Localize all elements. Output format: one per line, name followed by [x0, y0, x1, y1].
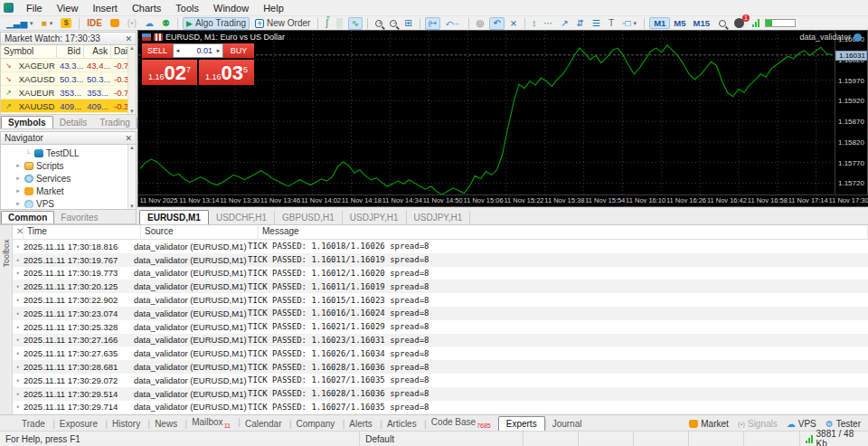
indicators-dropdown[interactable]: ■▾: [39, 17, 56, 30]
zoom-out-icon[interactable]: −: [387, 17, 399, 30]
web-terminal-icon[interactable]: ⚉: [159, 17, 173, 30]
market-watch-tab-symbols[interactable]: Symbols: [1, 116, 53, 128]
market-icon[interactable]: [108, 17, 122, 30]
volume-increase-icon[interactable]: ▸: [214, 47, 222, 54]
navigator-item-services[interactable]: ▸ Services: [1, 172, 136, 185]
toolbox-tab-calendar[interactable]: Calendar: [238, 417, 289, 431]
log-row[interactable]: ▪ 2025.11.11 17:30:27.166 data_validator…: [13, 334, 868, 347]
volume-value[interactable]: 0.01: [182, 46, 214, 55]
time-axis[interactable]: 11 Nov 202511 Nov 13:1411 Nov 13:3011 No…: [138, 195, 868, 206]
vertical-line-icon[interactable]: ⦂: [530, 17, 538, 30]
shift-end-icon[interactable]: (↦: [425, 17, 440, 30]
tick-chart-icon[interactable]: ʃ̋: [323, 17, 330, 30]
screenshot-icon[interactable]: ◎: [474, 17, 487, 30]
log-column-header[interactable]: Source: [141, 225, 259, 239]
auto-scroll-icon[interactable]: ⤺←: [443, 17, 464, 30]
log-row[interactable]: ▪ 2025.11.11 17:30:18.816 data_validator…: [13, 240, 868, 253]
navigator-item-vps[interactable]: ▸ VPS: [1, 197, 136, 210]
toolbox-tab-news[interactable]: News: [147, 417, 184, 431]
volume-decrease-icon[interactable]: ◂: [174, 47, 182, 54]
profile-name[interactable]: Default: [360, 432, 524, 446]
toolbox-tab-history[interactable]: History: [105, 417, 147, 431]
new-order-button[interactable]: +New Order: [252, 17, 313, 30]
shapes-dropdown[interactable]: ◦□▾: [619, 17, 639, 30]
market-watch-row[interactable]: ↘XAGUSD 50.3... 50.3... -0.3...: [1, 72, 136, 86]
navigator-tab-favorites[interactable]: Favorites: [54, 212, 104, 223]
trendline-icon[interactable]: ↗: [558, 17, 571, 30]
chart-tab[interactable]: USDJPY,H1: [343, 211, 407, 224]
market-watch-row[interactable]: ↘XAGEUR 43.3... 43.4... -0.7...: [1, 59, 136, 72]
chart-tab[interactable]: EURUSD,M1: [139, 210, 209, 224]
close-icon[interactable]: ✕: [125, 134, 132, 143]
log-row[interactable]: ▪ 2025.11.11 17:30:27.635 data_validator…: [13, 346, 868, 360]
bar-chart-icon[interactable]: ░: [334, 17, 345, 30]
zoom-in-icon[interactable]: +: [373, 17, 384, 30]
navigator-scrollbar[interactable]: ▲▼: [127, 145, 136, 209]
timeframe-m1-button[interactable]: M1: [649, 17, 670, 29]
channel-icon[interactable]: ⇵: [574, 17, 587, 30]
market-watch-tab-details[interactable]: Details: [53, 117, 94, 128]
chart-type-dropdown[interactable]: ▁▃▅▾: [4, 17, 36, 30]
log-row[interactable]: ▪ 2025.11.11 17:30:28.681 data_validator…: [13, 360, 868, 374]
timeframe-m5-button[interactable]: M5: [670, 18, 689, 28]
expander-icon[interactable]: ▸: [14, 200, 22, 207]
toolbox-tab-journal[interactable]: Journal: [545, 417, 590, 431]
sell-button[interactable]: SELL: [142, 43, 173, 58]
menu-item-charts[interactable]: Charts: [125, 1, 168, 15]
market-watch-column-header[interactable]: Ask: [84, 45, 111, 58]
horizontal-line-icon[interactable]: ⋯: [541, 17, 555, 30]
tile-windows-icon[interactable]: ⊞: [401, 17, 414, 30]
navigator-tab-common[interactable]: Common: [1, 211, 54, 223]
expander-icon[interactable]: ▸: [14, 187, 22, 195]
ea-smiley-icon[interactable]: [854, 33, 862, 42]
crosshair-icon[interactable]: ⨯: [507, 17, 520, 30]
toolbox-tab-trade[interactable]: Trade: [14, 417, 52, 431]
menu-item-help[interactable]: Help: [256, 1, 291, 15]
volume-stepper[interactable]: ◂ 0.01 ▸: [173, 43, 223, 58]
menu-item-view[interactable]: View: [50, 1, 86, 15]
chart-tab[interactable]: GBPUSD,H1: [275, 211, 343, 224]
market-watch-column-header[interactable]: Symbol: [1, 45, 57, 58]
log-row[interactable]: ▪ 2025.11.11 17:30:19.773 data_validator…: [13, 267, 868, 280]
toolbox-tab-code-base[interactable]: Code Base7685: [424, 415, 498, 431]
vps-cloud-icon[interactable]: ☁: [142, 17, 156, 30]
expander-icon[interactable]: ▸: [14, 175, 22, 182]
price-axis[interactable]: 1.160701.160201.159701.159201.158701.158…: [835, 31, 867, 195]
market-watch-tab-trading[interactable]: Trading: [93, 117, 137, 128]
log-row[interactable]: ▪ 2025.11.11 17:30:20.125 data_validator…: [13, 280, 868, 293]
log-row[interactable]: ▪ 2025.11.11 17:30:22.902 data_validator…: [13, 293, 868, 307]
log-row[interactable]: ▪ 2025.11.11 17:30:23.074 data_validator…: [13, 307, 868, 320]
menu-item-insert[interactable]: Insert: [85, 1, 125, 15]
buy-price-button[interactable]: 1.16 03 5: [199, 60, 254, 85]
chart-tab[interactable]: USDCHF,H1: [209, 211, 275, 224]
menu-item-tools[interactable]: Tools: [168, 1, 206, 15]
line-chart-icon[interactable]: ∿: [348, 17, 363, 30]
market-watch-scrollbar[interactable]: ▲▼: [127, 45, 136, 114]
buy-button[interactable]: BUY: [223, 43, 254, 58]
market-watch-row[interactable]: ↗XAUUSD 409... 409... -0.3...: [1, 100, 136, 113]
navigator-item-market[interactable]: ▸ Market: [1, 185, 136, 197]
log-column-header[interactable]: Message: [259, 225, 868, 239]
log-close-icon[interactable]: ✕: [13, 225, 24, 239]
metaeditor-ide-button[interactable]: IDE: [84, 17, 105, 30]
log-row[interactable]: ▪ 2025.11.11 17:30:29.072 data_validator…: [13, 374, 868, 387]
toolbox-tab-experts[interactable]: Experts: [498, 416, 545, 431]
timeframe-m15-button[interactable]: M15: [690, 18, 713, 28]
cursor-icon[interactable]: ↶: [489, 17, 504, 30]
toolbox-tab-alerts[interactable]: Alerts: [342, 417, 380, 431]
toolbox-tab-company[interactable]: Company: [289, 417, 343, 431]
toolbox-tab-articles[interactable]: Articles: [380, 417, 424, 431]
deposit-icon[interactable]: $: [58, 17, 74, 30]
algo-trading-button[interactable]: ▶Algo Trading: [183, 17, 250, 30]
market-watch-row[interactable]: ↗XAUEUR 353... 353... -0.7...: [1, 86, 136, 100]
toolbox-tab-mailbox[interactable]: Mailbox11: [184, 415, 238, 431]
log-row[interactable]: ▪ 2025.11.11 17:30:19.767 data_validator…: [13, 253, 868, 267]
log-row[interactable]: ▪ 2025.11.11 17:30:25.328 data_validator…: [13, 320, 868, 334]
signals-button[interactable]: (•)Signals: [738, 419, 778, 429]
sell-price-button[interactable]: 1.16 02 7: [142, 60, 197, 85]
navigator-item-testdll[interactable]: └ TestDLL: [1, 147, 136, 159]
log-row[interactable]: ▪ 2025.11.11 17:30:29.714 data_validator…: [13, 401, 868, 414]
navigator-item-scripts[interactable]: ▸ Scripts: [1, 159, 136, 172]
expander-icon[interactable]: ▸: [14, 162, 22, 169]
menu-item-window[interactable]: Window: [206, 1, 256, 15]
